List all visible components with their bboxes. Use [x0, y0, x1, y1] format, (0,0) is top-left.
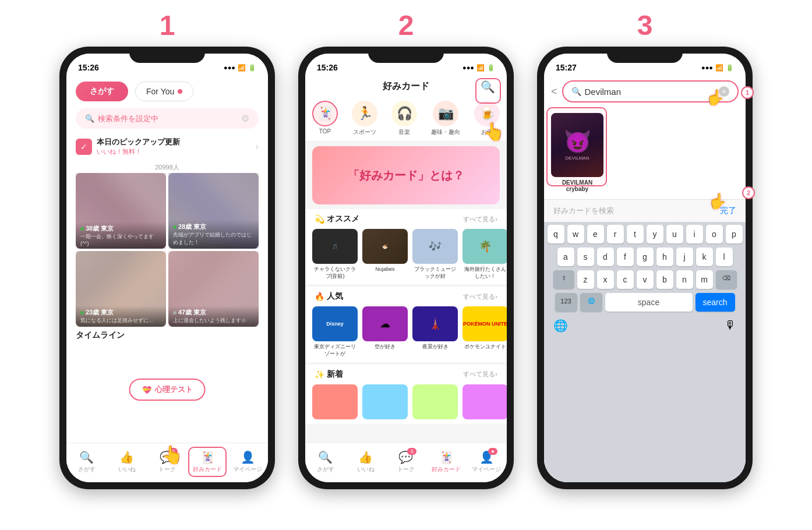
cat-music[interactable]: 🎧 音楽: [391, 101, 417, 136]
key-n[interactable]: n: [676, 270, 693, 289]
nav-card-2[interactable]: 🃏 好みカード: [432, 450, 461, 474]
ninki-card-1[interactable]: Disney 東京ディズニーリゾートが: [312, 306, 358, 357]
cat-hobby[interactable]: 📷 趣味・趣向: [431, 101, 460, 136]
key-t[interactable]: t: [627, 225, 644, 243]
bottom-nav-2: 🔍 さがす 👍 いいね 💬 5 トーク: [305, 443, 507, 482]
osusume-card-1[interactable]: 🎵 チャラくないクラブ(音箱): [312, 229, 358, 280]
time-1: 15:26: [78, 63, 99, 72]
key-z[interactable]: z: [577, 270, 594, 289]
cursor-hand-3b: 👆: [708, 192, 727, 210]
cursor-hand-3a: 👆: [706, 89, 725, 107]
key-emoji[interactable]: 🌐: [580, 293, 602, 312]
key-i[interactable]: i: [686, 225, 703, 243]
screen-1-content: さがす For You 🔍 検索条件を設定中 ⚙: [66, 77, 268, 482]
key-x[interactable]: x: [597, 270, 614, 289]
foryou-button[interactable]: For You: [135, 82, 193, 101]
shinri-button[interactable]: 💝 心理テスト: [129, 379, 206, 401]
p2-header: 好みカード 🔍: [305, 77, 507, 96]
key-q[interactable]: q: [548, 225, 564, 243]
nav-mypage-2[interactable]: 👤 ● マイページ: [472, 450, 501, 474]
cat-top[interactable]: 🃏 TOP: [312, 101, 338, 136]
cat-sports[interactable]: 🏃 スポーツ: [352, 101, 377, 136]
key-m[interactable]: m: [696, 270, 713, 289]
globe-icon[interactable]: 🌐: [553, 319, 568, 333]
step-3-number: 3: [637, 12, 653, 40]
nav-search-icon: 🔍: [79, 450, 94, 464]
key-g[interactable]: g: [637, 248, 654, 266]
mic-icon[interactable]: 🎙: [725, 319, 736, 333]
ninki-card-4[interactable]: POKÉMON UNITE ポケモンユナイト: [463, 306, 507, 357]
key-h[interactable]: h: [656, 248, 673, 266]
ninki-card-3[interactable]: 🗼 夜景が好き: [412, 306, 458, 357]
time-3: 15:27: [556, 63, 577, 72]
search-text: Devilman: [585, 87, 622, 97]
osusume-card-4[interactable]: 🌴 海外旅行たくさんしたい！: [463, 229, 507, 280]
key-a[interactable]: a: [557, 248, 574, 266]
sagasu-button[interactable]: さがす: [76, 82, 128, 101]
key-o[interactable]: o: [706, 225, 723, 243]
back-button[interactable]: <: [551, 86, 557, 98]
pickup-row[interactable]: ✓ 本日のピックアップ更新 いいね！無料！ ›: [76, 135, 259, 158]
step-1-block: 1 15:26 ●●● 📶 🔋 さがす: [59, 12, 275, 489]
key-123[interactable]: 123: [555, 293, 577, 312]
cat-sports-icon: 🏃: [352, 101, 377, 126]
ninki-card-4-img: POKÉMON UNITE: [463, 306, 507, 341]
key-space[interactable]: space: [605, 293, 693, 312]
profile-grid: 38歳 東京 一期一会。狭く深くやってます(^^) 28歳 東京 先端がアプリで…: [76, 173, 259, 327]
nav-sagasu-2[interactable]: 🔍 さがす: [311, 450, 340, 474]
notch-3: [607, 47, 683, 63]
ninki-cards: Disney 東京ディズニーリゾートが ☁ 空が好き 🗼 夜景が好き: [305, 304, 507, 362]
nav-card-icon: 🃏: [200, 450, 215, 464]
key-f[interactable]: f: [617, 248, 634, 266]
key-u[interactable]: u: [666, 225, 683, 243]
key-backspace[interactable]: ⌫: [716, 270, 737, 289]
key-p[interactable]: p: [726, 225, 743, 243]
step-2-number: 2: [398, 12, 414, 40]
key-d[interactable]: d: [597, 248, 614, 266]
profile-card-4[interactable]: 47歳 東京 上に退会したいよう残します☆: [168, 251, 259, 327]
key-r[interactable]: r: [607, 225, 624, 243]
nav-iine-2[interactable]: 👍 いいね: [351, 450, 380, 474]
search-key[interactable]: search: [696, 293, 735, 312]
keyboard-row-2: a s d f g h j k l: [544, 245, 746, 267]
search-condition[interactable]: 🔍 検索条件を設定中 ⚙: [76, 108, 259, 129]
profile-card-2[interactable]: 28歳 東京 先端がアプリで結婚したのではじめました！: [168, 173, 259, 249]
key-k[interactable]: k: [696, 248, 713, 266]
key-c[interactable]: c: [617, 270, 634, 289]
ninki-card-2-img: ☁: [362, 306, 408, 341]
shinchaku-card-1[interactable]: [312, 384, 358, 419]
shinchaku-card-3[interactable]: [412, 384, 458, 419]
keyboard-row-1: q w e r t y u i o p: [544, 222, 746, 245]
result-highlight-box: [546, 107, 607, 186]
key-b[interactable]: b: [656, 270, 673, 289]
key-v[interactable]: v: [637, 270, 654, 289]
key-y[interactable]: y: [647, 225, 663, 243]
search-icon-3: 🔍: [571, 87, 581, 96]
nav-sagasu-1[interactable]: 🔍 さがす: [72, 450, 101, 474]
keyboard-row-3: ⇧ z x c v b n m ⌫: [544, 267, 746, 290]
nav-talk-2[interactable]: 💬 5 トーク: [391, 450, 421, 474]
shinchaku-card-4[interactable]: [463, 384, 507, 419]
osusume-card-3[interactable]: 🎶 ブラックミュージックが好: [412, 229, 458, 280]
search-highlight-box: [475, 78, 501, 104]
profile-card-1[interactable]: 38歳 東京 一期一会。狭く深くやってます(^^): [76, 173, 166, 249]
nav-iine-1[interactable]: 👍 いいね: [112, 450, 142, 474]
ninki-card-2[interactable]: ☁ 空が好き: [362, 306, 408, 357]
shinchaku-card-2[interactable]: [362, 384, 408, 419]
keyboard-bottom: 🌐 🎙: [544, 316, 746, 337]
screen-3-content: < 🔍 Devilman ✕: [544, 77, 746, 482]
status-icons-1: ●●● 📶 🔋: [224, 64, 256, 72]
key-w[interactable]: w: [567, 225, 584, 243]
osusume-card-2[interactable]: 🍜 Nujabes: [362, 229, 408, 280]
profile-card-3[interactable]: 23歳 東京 気になる人には足踏みせずに...: [76, 251, 166, 327]
key-shift[interactable]: ⇧: [553, 270, 574, 289]
nav-card-1[interactable]: 🃏 好みカード: [193, 450, 222, 474]
key-l[interactable]: l: [716, 248, 733, 266]
osusume-card-4-img: 🌴: [463, 229, 507, 264]
cursor-hand-1: 👆: [161, 444, 183, 465]
key-s[interactable]: s: [577, 248, 594, 266]
nav-mypage-1[interactable]: 👤 マイページ: [233, 450, 262, 474]
key-j[interactable]: j: [676, 248, 693, 266]
key-e[interactable]: e: [587, 225, 604, 243]
keyboard-area: 好みカードを検索 完了 q w e r t y u i: [544, 200, 746, 482]
